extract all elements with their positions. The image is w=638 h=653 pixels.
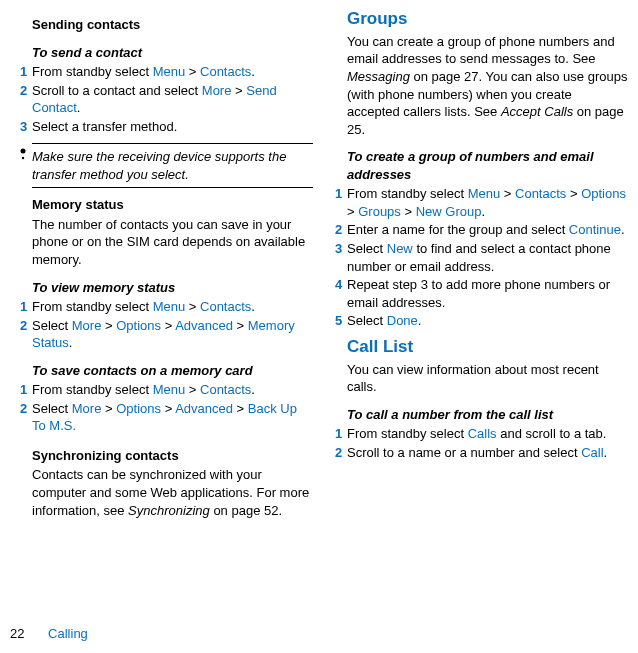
step: 2 Scroll to a name or a number and selec… bbox=[347, 444, 628, 462]
to-create-group-heading: To create a group of numbers and email a… bbox=[347, 148, 628, 183]
left-column: Sending contacts To send a contact 1 Fro… bbox=[10, 8, 313, 521]
step-text: Select Done. bbox=[347, 312, 628, 330]
memory-status-para: The number of contacts you can save in y… bbox=[32, 216, 313, 269]
step: 1 From standby select Menu > Contacts. bbox=[32, 63, 313, 81]
more-link: More bbox=[72, 401, 102, 416]
step-text: Select More > Options > Advanced > Back … bbox=[32, 400, 313, 435]
advanced-link: Advanced bbox=[175, 318, 233, 333]
svg-point-1 bbox=[22, 157, 24, 159]
step-number: 2 bbox=[20, 317, 32, 352]
note-text: Make sure the receiving device supports … bbox=[32, 148, 313, 183]
step-number: 2 bbox=[335, 221, 347, 239]
step-number: 3 bbox=[20, 118, 32, 136]
step: 1 From standby select Menu > Contacts. bbox=[32, 381, 313, 399]
groups-para: You can create a group of phone numbers … bbox=[347, 33, 628, 138]
step-number: 2 bbox=[335, 444, 347, 462]
step-text: From standby select Calls and scroll to … bbox=[347, 425, 628, 443]
note: Make sure the receiving device supports … bbox=[32, 143, 313, 188]
step: 3 Select a transfer method. bbox=[32, 118, 313, 136]
step-text: Repeat step 3 to add more phone numbers … bbox=[347, 276, 628, 311]
to-send-contact-heading: To send a contact bbox=[32, 44, 313, 62]
to-call-heading: To call a number from the call list bbox=[347, 406, 628, 424]
right-column: Groups You can create a group of phone n… bbox=[335, 8, 628, 521]
to-view-memory-heading: To view memory status bbox=[32, 279, 313, 297]
contacts-link: Contacts bbox=[200, 64, 251, 79]
step-number: 1 bbox=[335, 185, 347, 220]
footer-label: Calling bbox=[48, 626, 88, 641]
advanced-link: Advanced bbox=[175, 401, 233, 416]
step-number: 2 bbox=[20, 82, 32, 117]
sending-contacts-heading: Sending contacts bbox=[32, 16, 313, 34]
footer: 22 Calling bbox=[10, 625, 88, 643]
continue-link: Continue bbox=[569, 222, 621, 237]
step-number: 1 bbox=[20, 63, 32, 81]
step-text: From standby select Menu > Contacts. bbox=[32, 381, 313, 399]
options-link: Options bbox=[116, 401, 161, 416]
contacts-link: Contacts bbox=[200, 382, 251, 397]
sync-para: Contacts can be synchronized with your c… bbox=[32, 466, 313, 519]
step: 1 From standby select Menu > Contacts. bbox=[32, 298, 313, 316]
more-link: More bbox=[202, 83, 232, 98]
options-link: Options bbox=[581, 186, 626, 201]
step-text: Select New to find and select a contact … bbox=[347, 240, 628, 275]
calls-link: Calls bbox=[468, 426, 497, 441]
step-text: From standby select Menu > Contacts. bbox=[32, 298, 313, 316]
step-number: 4 bbox=[335, 276, 347, 311]
step-text: Select More > Options > Advanced > Memor… bbox=[32, 317, 313, 352]
step-text: Select a transfer method. bbox=[32, 118, 313, 136]
page-number: 22 bbox=[10, 626, 24, 641]
step-text: Enter a name for the group and select Co… bbox=[347, 221, 628, 239]
step: 1 From standby select Calls and scroll t… bbox=[347, 425, 628, 443]
step-text: Scroll to a name or a number and select … bbox=[347, 444, 628, 462]
step: 4 Repeat step 3 to add more phone number… bbox=[347, 276, 628, 311]
sync-heading: Synchronizing contacts bbox=[32, 447, 313, 465]
menu-link: Menu bbox=[153, 64, 186, 79]
menu-link: Menu bbox=[468, 186, 501, 201]
menu-link: Menu bbox=[153, 382, 186, 397]
step-text: Scroll to a contact and select More > Se… bbox=[32, 82, 313, 117]
step: 2 Scroll to a contact and select More > … bbox=[32, 82, 313, 117]
step: 2 Select More > Options > Advanced > Bac… bbox=[32, 400, 313, 435]
contacts-link: Contacts bbox=[200, 299, 251, 314]
groups-link: Groups bbox=[358, 204, 401, 219]
step-number: 5 bbox=[335, 312, 347, 330]
step: 2 Enter a name for the group and select … bbox=[347, 221, 628, 239]
step: 5 Select Done. bbox=[347, 312, 628, 330]
menu-link: Menu bbox=[153, 299, 186, 314]
step-number: 3 bbox=[335, 240, 347, 275]
new-group-link: New Group bbox=[416, 204, 482, 219]
more-link: More bbox=[72, 318, 102, 333]
to-save-card-heading: To save contacts on a memory card bbox=[32, 362, 313, 380]
contacts-link: Contacts bbox=[515, 186, 566, 201]
groups-title: Groups bbox=[347, 8, 628, 31]
svg-point-0 bbox=[21, 149, 26, 154]
new-link: New bbox=[387, 241, 413, 256]
info-icon bbox=[18, 148, 32, 183]
step-number: 1 bbox=[20, 381, 32, 399]
memory-status-heading: Memory status bbox=[32, 196, 313, 214]
call-list-para: You can view information about most rece… bbox=[347, 361, 628, 396]
step-text: From standby select Menu > Contacts. bbox=[32, 63, 313, 81]
step-number: 1 bbox=[20, 298, 32, 316]
done-link: Done bbox=[387, 313, 418, 328]
call-list-title: Call List bbox=[347, 336, 628, 359]
step: 3 Select New to find and select a contac… bbox=[347, 240, 628, 275]
options-link: Options bbox=[116, 318, 161, 333]
step-number: 2 bbox=[20, 400, 32, 435]
step: 2 Select More > Options > Advanced > Mem… bbox=[32, 317, 313, 352]
call-link: Call bbox=[581, 445, 603, 460]
step: 1 From standby select Menu > Contacts > … bbox=[347, 185, 628, 220]
step-text: From standby select Menu > Contacts > Op… bbox=[347, 185, 628, 220]
step-number: 1 bbox=[335, 425, 347, 443]
